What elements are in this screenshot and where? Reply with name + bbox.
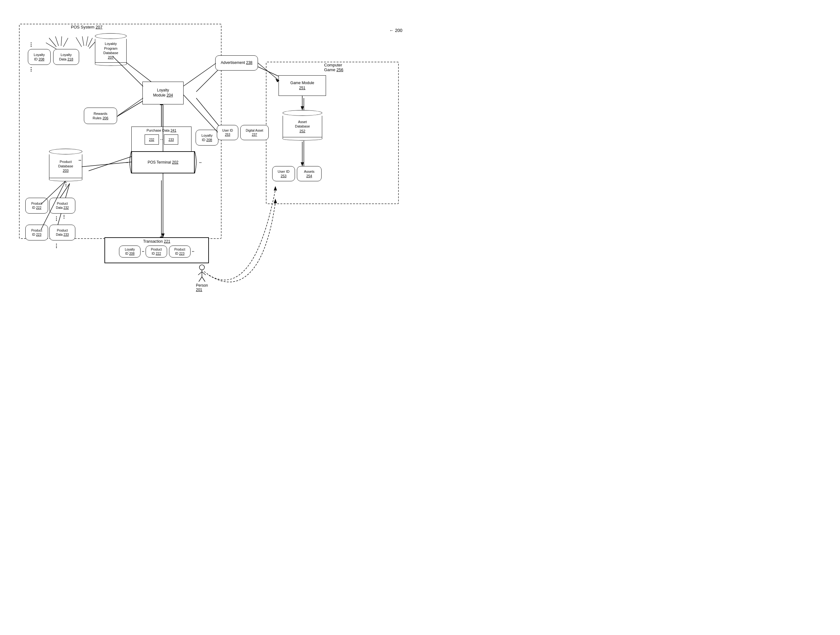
person-201: Person201 [196,264,208,292]
svg-line-35 [202,272,206,275]
product-data-232: ProductData 232 [49,198,75,214]
product-id-223-bot: ProductID 223 [169,246,191,258]
loyalty-id-208-mid: LoyaltyID 208 [196,130,218,145]
dots-below-product-db: ⋮ [63,181,68,187]
purchase-data-group: Purchase Data 241 232 ·· 233 [131,126,191,153]
product-row-223: ProductID 223 ProductData 233 [25,225,75,241]
purchase-232: 232 [145,134,159,145]
game-module-251: Game Module251 [278,75,326,96]
product-id-223: ProductID 223 [25,225,48,241]
computer-game-label: ComputerGame 256 [323,63,345,72]
transaction-221: Transaction 221 LoyaltyID 208 ·· Product… [104,237,209,263]
purchase-233: 233 [164,134,178,145]
dots-below-product-223: ⋮ [54,243,59,249]
dots-between-product-rows: ⋮ [54,216,59,222]
digital-asset-237: Digital Asset237 [240,125,269,140]
loyalty-id-208-bot: LoyaltyID 208 [119,246,141,258]
rewards-rules-206: RewardsRules 206 [84,107,117,124]
person-icon [196,264,208,283]
loyalty-data-218: LoyaltyData 218 [53,49,79,65]
product-id-222-bot: ProductID 222 [145,246,167,258]
product-data-233: ProductData 233 [49,225,75,241]
dots-above-loyalty: ⋮ [28,42,33,48]
user-assets-group: User ID253 Assets254 [272,166,322,181]
pos-system-label: POS System 207 [69,25,104,30]
product-db-203: ProductDatabase203 [49,149,82,181]
product-row-222: ProductID 222 ProductData 232 [25,198,75,214]
loyalty-program-db: LoyaktyProgramDatabase207 [95,33,126,66]
svg-line-34 [198,272,202,275]
diagram-number: ← 200 [389,28,402,33]
svg-line-37 [202,277,205,282]
user-id-253-bot: User ID253 [272,166,295,181]
user-id-253-top: User ID253 [217,125,238,140]
svg-point-32 [199,265,204,270]
user-digital-group: User ID253 Digital Asset237 [217,125,269,140]
pos-terminal-202: POS Terminal 202 ·· ·· [131,151,195,173]
assets-254: Assets254 [297,166,322,181]
asset-db-252: AssetDatabase252 [283,110,322,140]
diagram: POS System 207 ComputerGame 256 ← 200 Lo… [0,0,420,317]
product-id-222: ProductID 222 [25,198,48,214]
advertisement-238: Advertisement 238 [215,55,258,71]
loyalty-module-204: LoyaltyModule 204 [142,82,183,104]
dots-below-loyalty: ⋮ [28,66,33,72]
loyalty-id-208-top: LoyaltyID 208 [28,49,51,65]
svg-line-36 [199,277,202,282]
